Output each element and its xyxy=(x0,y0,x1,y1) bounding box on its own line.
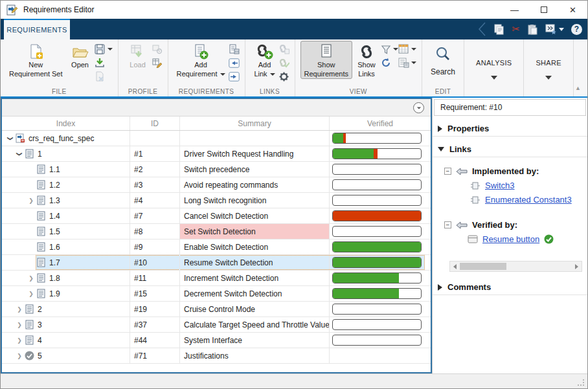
table-row[interactable]: 1.2#3Avoid repeating commands xyxy=(2,177,431,193)
verified-cell[interactable] xyxy=(330,348,431,363)
id-cell[interactable]: #4 xyxy=(130,193,180,208)
chevron-collapsed-icon[interactable]: ❯ xyxy=(27,275,36,282)
index-cell[interactable]: ❯2 xyxy=(2,302,130,317)
verified-cell[interactable] xyxy=(330,302,431,317)
search-button[interactable]: Search xyxy=(427,41,458,76)
resize-grip[interactable] xyxy=(578,379,584,386)
summary-cell[interactable] xyxy=(180,131,330,146)
close-button[interactable]: ✕ xyxy=(558,1,587,19)
links-horizontal-scrollbar[interactable] xyxy=(449,261,582,272)
profile-gear-button-disabled[interactable] xyxy=(152,44,163,54)
verified-cell[interactable] xyxy=(330,239,431,254)
index-cell[interactable]: ❯4 xyxy=(2,333,130,348)
summary-cell[interactable]: Justifications xyxy=(180,348,330,363)
maximize-button[interactable] xyxy=(529,1,558,19)
index-cell[interactable]: ❯1.8 xyxy=(2,271,130,285)
column-header-verified[interactable]: Verified xyxy=(330,117,431,130)
verified-cell[interactable] xyxy=(330,146,431,161)
qat-customize[interactable] xyxy=(545,24,564,34)
open-button[interactable]: Open xyxy=(66,41,95,69)
delete-set-button-disabled[interactable] xyxy=(95,71,113,82)
table-row[interactable]: ❯5#71Justifications xyxy=(2,348,431,364)
id-cell[interactable]: #44 xyxy=(130,333,180,348)
chevron-collapsed-icon[interactable]: ❯ xyxy=(27,291,36,297)
scroll-right-icon[interactable] xyxy=(575,264,578,269)
verified-cell[interactable] xyxy=(330,162,431,177)
id-cell[interactable]: #10 xyxy=(130,255,180,270)
id-cell[interactable]: #9 xyxy=(130,239,180,254)
summary-cell[interactable]: System Interface xyxy=(180,333,330,348)
columns-button[interactable] xyxy=(398,44,416,54)
chevron-collapsed-icon[interactable]: ❯ xyxy=(15,337,24,344)
summary-cell[interactable]: Set Switch Detection xyxy=(180,224,330,239)
summary-cell[interactable]: Resume Switch Detection xyxy=(180,255,330,270)
help-icon[interactable]: ? xyxy=(571,24,582,35)
index-cell[interactable]: 1.2 xyxy=(2,177,130,192)
id-cell[interactable]: #1 xyxy=(130,146,180,161)
summary-cell[interactable]: Calculate Target Speed and Throttle Valu… xyxy=(180,317,330,332)
link-settings-button[interactable] xyxy=(279,71,289,82)
add-requirement-button[interactable]: Add Requirement xyxy=(174,41,229,78)
index-cell[interactable]: ❯3 xyxy=(2,317,130,332)
verified-cell[interactable] xyxy=(330,177,431,192)
id-cell[interactable]: #37 xyxy=(130,317,180,332)
scroll-left-icon[interactable] xyxy=(453,264,457,269)
summary-cell[interactable]: Switch precedence xyxy=(180,162,330,177)
chevron-collapsed-icon[interactable]: ❯ xyxy=(15,306,24,313)
index-cell[interactable]: ❯1 xyxy=(2,146,130,161)
id-cell[interactable]: #8 xyxy=(130,224,180,239)
summary-cell[interactable]: Cancel Switch Detection xyxy=(180,208,330,223)
filter-button[interactable] xyxy=(381,44,398,54)
verified-cell[interactable] xyxy=(330,286,431,301)
add-link-button[interactable]: Add Link xyxy=(251,41,279,78)
summary-cell[interactable]: Long Switch recognition xyxy=(180,193,330,208)
link-check-button-disabled[interactable] xyxy=(279,58,289,68)
table-row[interactable]: ❯crs_req_func_spec xyxy=(2,131,431,146)
tab-requirements[interactable]: REQUIREMENTS xyxy=(4,19,70,39)
summary-cell[interactable]: Driver Switch Request Handling xyxy=(180,146,330,161)
index-cell[interactable]: ❯5 xyxy=(2,348,130,363)
chevron-expanded-icon[interactable]: ❯ xyxy=(7,134,14,143)
verified-cell[interactable] xyxy=(330,271,431,285)
collapse-ribbon-icon[interactable]: ▲ xyxy=(575,85,581,91)
verified-cell[interactable] xyxy=(330,224,431,239)
verified-cell[interactable] xyxy=(330,333,431,348)
table-row[interactable]: 1.6#9Enable Switch Detection xyxy=(2,239,431,255)
table-row[interactable]: 1.1#2Switch precedence xyxy=(2,162,431,177)
new-requirement-set-button[interactable]: New Requirement Set xyxy=(6,41,66,78)
chevron-collapsed-icon[interactable]: ❯ xyxy=(27,197,36,204)
section-properties[interactable]: Properties xyxy=(433,121,587,137)
copy-icon[interactable] xyxy=(493,24,504,35)
collapse-minus-icon[interactable]: − xyxy=(444,168,451,175)
summary-cell[interactable]: Increment Switch Detection xyxy=(180,271,330,285)
table-row[interactable]: ❯1#1Driver Switch Request Handling xyxy=(2,146,431,162)
id-cell[interactable]: #2 xyxy=(130,162,180,177)
chevron-expanded-icon[interactable]: ❯ xyxy=(16,150,23,159)
table-row[interactable]: 1.5#8Set Switch Detection xyxy=(2,224,431,239)
column-header-index[interactable]: Index xyxy=(2,117,130,130)
verified-cell[interactable] xyxy=(330,317,431,332)
save-button[interactable] xyxy=(95,44,113,54)
verified-cell[interactable] xyxy=(330,255,431,270)
column-header-summary[interactable]: Summary xyxy=(180,117,330,130)
index-cell[interactable]: 1.5 xyxy=(2,224,130,239)
verified-by-link[interactable]: Resume button xyxy=(482,234,539,244)
minimize-button[interactable]: — xyxy=(500,1,529,19)
verified-cell[interactable] xyxy=(330,131,431,146)
pane-options-button[interactable] xyxy=(413,102,424,113)
id-cell[interactable]: #11 xyxy=(130,271,180,285)
index-cell[interactable]: 1.7 xyxy=(2,255,130,270)
id-cell[interactable] xyxy=(130,131,180,146)
id-cell[interactable]: #71 xyxy=(130,348,180,363)
id-cell[interactable]: #3 xyxy=(130,177,180,192)
delete-requirement-button[interactable] xyxy=(229,44,240,54)
id-cell[interactable]: #7 xyxy=(130,208,180,223)
section-links[interactable]: Links xyxy=(433,142,587,157)
table-row[interactable]: 1.7#10Resume Switch Detection xyxy=(2,255,431,271)
paste-icon[interactable] xyxy=(527,24,538,35)
index-cell[interactable]: 1.4 xyxy=(2,208,130,223)
verified-cell[interactable] xyxy=(330,193,431,208)
summary-cell[interactable]: Avoid repeating commands xyxy=(180,177,330,192)
scrollbar-thumb[interactable] xyxy=(460,263,506,270)
table-row[interactable]: 1.4#7Cancel Switch Detection xyxy=(2,208,431,224)
